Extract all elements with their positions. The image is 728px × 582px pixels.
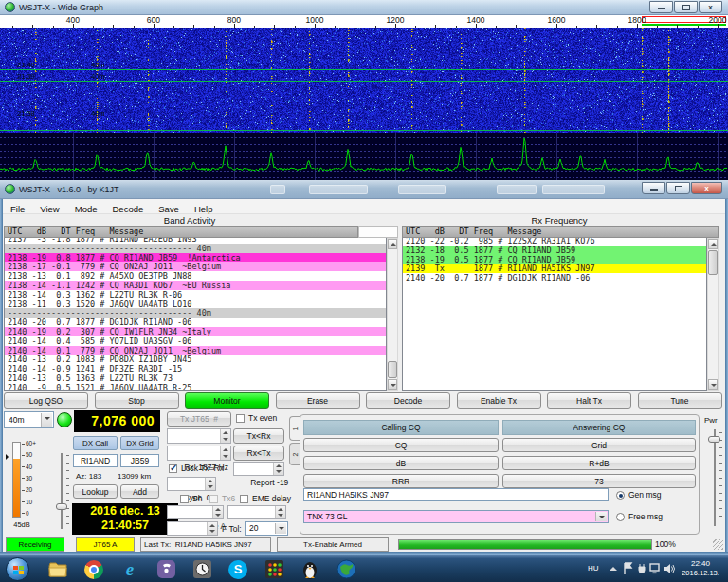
- decode-row[interactable]: 2138 -13 0.1 892 # A45XO OE3TPB JN88: [5, 271, 386, 281]
- tx-lt-rx-button[interactable]: Tx<Rx: [233, 428, 284, 444]
- clock-taskbar-icon[interactable]: [186, 556, 218, 582]
- band-activity-list[interactable]: 2137 -3 -1.8 1877 # RI1AND EA2EOB IN93--…: [4, 238, 387, 391]
- decode-row[interactable]: 2132 -18 0.5 1877 # CQ RI1AND JB59: [403, 246, 706, 255]
- rx-frequency-list[interactable]: 2120 -22 -0.2 985 # IZ2SXZ RA3IAI KO7621…: [402, 238, 707, 391]
- msg-73-button[interactable]: 73: [502, 474, 696, 488]
- skype-taskbar-icon[interactable]: S: [222, 556, 254, 582]
- tx-freq-spinner[interactable]: Tx 1877 Hz: [167, 428, 231, 444]
- language-indicator[interactable]: HU: [588, 564, 599, 573]
- decode-row[interactable]: 2138 -14 -1.1 1242 # CQ RA3DI KO67 ~EU R…: [5, 281, 386, 290]
- erase-button[interactable]: Erase: [276, 392, 360, 409]
- minw-spinner[interactable]: MinW A: [167, 521, 218, 536]
- dx-grid-field[interactable]: JB59: [120, 454, 159, 467]
- submode-spinner[interactable]: Submode A: [167, 505, 224, 519]
- dx-call-field[interactable]: RI1AND: [73, 454, 118, 467]
- explorer-taskbar-icon[interactable]: [42, 556, 74, 582]
- decode-row[interactable]: 2138 -14 0.3 1362 # LZ2TU RL3K R-06: [5, 290, 386, 300]
- spinner-arrows-icon[interactable]: [220, 429, 230, 443]
- decode-row[interactable]: -------------------------------------- 4…: [5, 308, 386, 318]
- frequency-scale[interactable]: 200400600800100012001400160018002000: [0, 15, 728, 28]
- free-msg-combo[interactable]: TNX 73 GL: [303, 510, 609, 523]
- msg-db-button[interactable]: dB: [303, 456, 499, 470]
- spectrum-display[interactable]: [0, 133, 728, 180]
- action-center-flag-icon[interactable]: [623, 562, 633, 575]
- spinner-arrows-icon[interactable]: [273, 463, 283, 475]
- rx-lt-tx-button[interactable]: Rx<Tx: [233, 446, 284, 461]
- lock-txrx-option[interactable]: Lock Tx=Rx: [169, 464, 224, 473]
- spinner-arrows-icon[interactable]: [212, 506, 223, 518]
- decode-row[interactable]: 2138 -19 0.8 1877 # CQ RI1AND JB59 !Anta…: [5, 253, 386, 263]
- decode-row[interactable]: 2139 Tx 1877 # RI1AND HA5IKS JN97: [403, 264, 706, 273]
- tray-clock[interactable]: 22:40 2016.12.13.: [677, 559, 724, 578]
- lookup-button[interactable]: Lookup: [73, 484, 118, 499]
- penguin-taskbar-icon[interactable]: [294, 556, 326, 582]
- decode-row[interactable]: -------------------------------------- 4…: [5, 244, 386, 253]
- spinner-arrows-icon[interactable]: [207, 522, 217, 535]
- viber-taskbar-icon[interactable]: [150, 556, 182, 582]
- tab-messages-2[interactable]: 2: [289, 443, 300, 465]
- gen-msg-radio[interactable]: [616, 491, 625, 500]
- msg-cq-button[interactable]: CQ: [303, 438, 499, 452]
- power-icon[interactable]: [636, 563, 647, 574]
- decode-row[interactable]: 2140 -20 0.7 1877 # DG1DJK RI1AND -06: [5, 318, 386, 327]
- decode-row[interactable]: 2140 -14 0.1 779 # CQ ON2AJ JO11 ~Belgiu…: [5, 346, 386, 355]
- decode-row[interactable]: 2138 -17 -0.1 779 # CQ ON2AJ JO11 ~Belgi…: [5, 262, 386, 271]
- decode-row[interactable]: 2140 -9 0.5 1521 # JA6QV UA4ATB R-25: [5, 383, 386, 391]
- rx-freq-spinner[interactable]: Rx 1877 Hz: [167, 446, 231, 461]
- tx-even-checkbox[interactable]: [236, 414, 245, 423]
- dt-tol-spinner[interactable]: DT Tol 0,5: [228, 505, 286, 519]
- gen-msg-option[interactable]: Gen msg: [616, 490, 662, 500]
- lock-txrx-checkbox[interactable]: [169, 464, 177, 473]
- decode-row[interactable]: 2140 -14 -0.9 1241 # DF3ZE RA3DI -15: [5, 364, 386, 373]
- hidden-icons-chevron-icon[interactable]: [610, 567, 617, 571]
- spinner-arrows-icon[interactable]: [205, 478, 215, 490]
- decode-row[interactable]: 2138 -19 0.5 1877 # CQ RI1AND JB59: [403, 255, 706, 264]
- monitor-button[interactable]: Monitor: [185, 392, 269, 409]
- sync-spinner[interactable]: Sync 0: [167, 477, 216, 491]
- eme-delay-checkbox[interactable]: [240, 495, 248, 503]
- network-icon[interactable]: [649, 563, 662, 574]
- volume-icon[interactable]: [664, 563, 675, 574]
- wide-graph-titlebar[interactable]: WSJT-X - Wide Graph x: [0, 0, 728, 15]
- stop-button[interactable]: Stop: [95, 392, 179, 409]
- maximize-button[interactable]: [674, 1, 698, 13]
- band-select[interactable]: 40m: [4, 411, 54, 428]
- tx-even-option[interactable]: Tx even: [236, 413, 277, 423]
- left-slider-track[interactable]: [61, 453, 63, 529]
- halt-tx-button[interactable]: Halt Tx: [547, 392, 631, 409]
- grid-taskbar-icon[interactable]: [258, 556, 290, 582]
- maximize-button[interactable]: [666, 182, 690, 194]
- tune-button[interactable]: Tune: [638, 392, 722, 409]
- decode-row[interactable]: 2140 -19 0.2 307 # CQ IW1FLR JN34 ~Italy: [5, 327, 386, 336]
- band-activity-scrollbar[interactable]: [387, 238, 398, 391]
- minimize-button[interactable]: [642, 182, 665, 194]
- add-button[interactable]: Add: [120, 484, 159, 499]
- decode-row[interactable]: 2140 -13 0.2 1083 # PD8DX IZ1DBY JN45: [5, 355, 386, 364]
- close-button[interactable]: x: [691, 182, 722, 194]
- ftol-select[interactable]: 20: [245, 521, 288, 536]
- resize-grip[interactable]: [713, 539, 723, 550]
- decode-row[interactable]: 2140 -14 0.4 585 # YO7LID UA3SGV -06: [5, 336, 386, 346]
- chrome-taskbar-icon[interactable]: [78, 556, 110, 582]
- minimize-button[interactable]: [649, 1, 673, 13]
- dx-grid-button[interactable]: DX Grid: [120, 436, 159, 450]
- close-button[interactable]: x: [699, 1, 722, 13]
- pwr-slider-track[interactable]: [714, 429, 716, 526]
- msg-grid-button[interactable]: Grid: [502, 438, 696, 452]
- msg-rdb-button[interactable]: R+dB: [502, 456, 696, 470]
- msg-rrr-button[interactable]: RRR: [303, 474, 499, 488]
- globe-taskbar-icon[interactable]: [330, 556, 362, 582]
- sh-checkbox[interactable]: [180, 495, 189, 503]
- tab-messages-1[interactable]: 1: [289, 416, 300, 441]
- ie-taskbar-icon[interactable]: e: [114, 556, 146, 582]
- eme-delay-option[interactable]: EME delay: [240, 494, 291, 503]
- main-titlebar[interactable]: WSJT-X v1.6.0 by K1JT x: [0, 180, 728, 199]
- log-qso-button[interactable]: Log QSO: [4, 392, 88, 409]
- waterfall-display[interactable]: [0, 28, 728, 133]
- rx-frequency-scrollbar[interactable]: [707, 238, 719, 391]
- spinner-arrows-icon[interactable]: [275, 506, 285, 518]
- decode-button[interactable]: Decode: [366, 392, 450, 409]
- gen-msg-field[interactable]: RI1AND HA5IKS JN97: [303, 488, 609, 501]
- decode-row[interactable]: 2120 -22 -0.2 985 # IZ2SXZ RA3IAI KO76: [403, 238, 706, 246]
- spinner-arrows-icon[interactable]: [220, 446, 230, 460]
